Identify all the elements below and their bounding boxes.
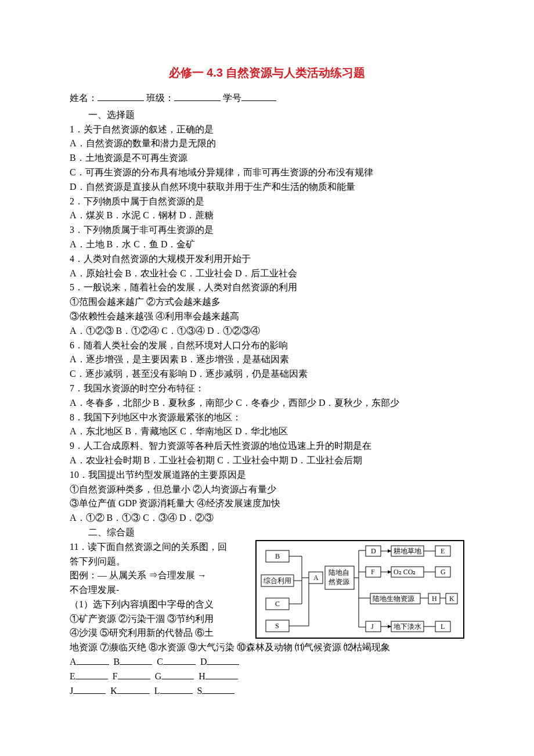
ans-e-blank[interactable]: [75, 669, 108, 679]
svg-text:C: C: [275, 600, 280, 608]
class-label: 班级：: [146, 93, 174, 103]
svg-text:陆地自: 陆地自: [329, 568, 349, 577]
svg-text:G: G: [441, 568, 446, 576]
ans-l-label: L: [154, 686, 160, 696]
svg-text:L: L: [441, 622, 445, 631]
q5-opts: A．①②③ B．①②④ C．①③④ D．①②③④: [70, 324, 464, 339]
name-blank[interactable]: [98, 91, 144, 101]
ans-g-blank[interactable]: [161, 669, 194, 679]
q3-opts: A．土地 B．水 C．鱼 D．金矿: [70, 237, 464, 252]
svg-text:K: K: [449, 595, 454, 603]
q11-legend-a: 图例：— 从属关系 ⇒合理发展 →: [70, 568, 250, 583]
q8-opts: A．东北地区 B．青藏地区 C．华南地区 D．华北地区: [70, 424, 464, 439]
answer-row-2: E F G H: [70, 669, 464, 684]
q1-opt-c: C．可再生资源的分布具有地域分异规律，而非可再生资源的分布没有规律: [70, 165, 464, 180]
ans-j-blank[interactable]: [73, 684, 106, 694]
svg-text:E: E: [441, 547, 445, 555]
ans-f-blank[interactable]: [118, 669, 150, 679]
q8-stem: 8．我国下列地区中水资源最紧张的地区：: [70, 411, 464, 425]
svg-marker-27: [388, 549, 391, 553]
ans-c-blank[interactable]: [163, 655, 196, 665]
svg-text:A: A: [313, 574, 319, 582]
q1-opt-a: A．自然资源的数量和潜力是无限的: [70, 136, 464, 151]
svg-text:F: F: [371, 568, 375, 576]
q4-opts: A．原始社会 B．农业社会 C．工业社会 D．后工业社会: [70, 267, 464, 281]
q9-stem: 9．人工合成原料、智力资源等各种后天性资源的地位迅速上升的时期是在: [70, 439, 464, 453]
q11-stem-1: 11．读下面自然资源之间的关系图，回: [70, 540, 250, 555]
ans-g-label: G: [155, 671, 162, 681]
svg-marker-56: [388, 625, 391, 628]
ans-f-label: F: [113, 671, 118, 681]
svg-text:综合利用: 综合利用: [264, 577, 291, 585]
q11-stem-2: 答下列问题。: [70, 555, 250, 569]
svg-text:J: J: [371, 622, 374, 631]
svg-marker-37: [388, 570, 391, 574]
q2-opts: A．煤炭 B．水泥 C．钢材 D．蔗糖: [70, 208, 464, 223]
q11-sub1: （1）选下列内容填图中字母的含义: [70, 597, 250, 612]
ans-e-label: E: [70, 671, 75, 681]
q7-stem: 7．我国水资源的时空分布特征：: [70, 381, 464, 396]
answer-row-3: J K L S: [70, 684, 464, 699]
q10-opts: A．①② B．①③ C．③④ D．②③: [70, 511, 464, 525]
section-2-heading: 二、综合题: [70, 525, 464, 540]
ans-b-blank[interactable]: [120, 655, 152, 665]
q11-list3: 地资源 ⑦濒临灭绝 ⑧水资源 ⑨大气污染 ⑩森林及动物 ⑾气候资源 ⑿枯竭现象: [70, 640, 464, 655]
q6-line1: A．逐步增强，是主要因素 B．逐步增强，是基础因素: [70, 352, 464, 367]
q6-stem: 6．随着人类社会的发展，自然环境对人口分布的影响: [70, 339, 464, 353]
ans-a-blank[interactable]: [77, 655, 109, 665]
svg-text:D: D: [371, 547, 376, 555]
q10-line2: ③单位产值 GDP 资源消耗量大 ④经济发展速度加快: [70, 496, 464, 511]
q1-opt-b: B．土地资源是不可再生资源: [70, 151, 464, 165]
section-1-heading: 一、选择题: [70, 108, 464, 123]
ans-s-label: S: [197, 686, 203, 696]
q4-stem: 4．人类对自然资源的大规模开发利用开始于: [70, 252, 464, 267]
q1-opt-d: D．自然资源是直接从自然环境中获取并用于生产和生活的物质和能量: [70, 180, 464, 195]
q10-stem: 10．我国提出节约型发展道路的主要原因是: [70, 468, 464, 483]
svg-text:B: B: [275, 552, 280, 560]
name-label: 姓名：: [70, 93, 98, 103]
svg-text:S: S: [275, 622, 279, 630]
ans-b-label: B: [114, 657, 120, 667]
answer-row-1: A B C D: [70, 655, 464, 669]
svg-text:耕地草地: 耕地草地: [394, 547, 421, 555]
ans-h-blank[interactable]: [205, 669, 238, 679]
ans-h-label: H: [199, 671, 205, 681]
ans-d-label: D: [200, 657, 207, 667]
id-blank[interactable]: [241, 91, 276, 101]
svg-text:然资源: 然资源: [329, 578, 349, 586]
q10-line1: ①自然资源种类多，但总量小 ②人均资源占有量少: [70, 483, 464, 497]
id-label: 学号: [223, 93, 241, 103]
ans-d-blank[interactable]: [207, 655, 239, 665]
q3-stem: 3．下列物质属于非可再生资源的是: [70, 223, 464, 237]
q5-line1: ①范围会越来越广 ②方式会越来越多: [70, 295, 464, 309]
svg-text:陆地生物资源: 陆地生物资源: [373, 595, 414, 603]
q2-stem: 2．下列物质中属于自然资源的是: [70, 195, 464, 209]
q1-stem: 1．关于自然资源的叙述，正确的是: [70, 123, 464, 137]
q5-line2: ③依赖性会越来越强 ④利用率会越来越高: [70, 309, 464, 324]
ans-s-blank[interactable]: [202, 684, 234, 694]
q6-line2: C．逐步减弱，甚至没有影响 D．逐步减弱，仍是基础因素: [70, 367, 464, 381]
ans-c-label: C: [157, 657, 163, 667]
ans-k-label: K: [110, 686, 117, 696]
q9-opts: A．农业社会时期 B．工业社会初期 C．工业社会中期 D．工业社会后期: [70, 453, 464, 468]
q11-list1: ①矿产资源 ②污染干涸 ③节约利用: [70, 612, 250, 627]
svg-text:O₂ CO₂: O₂ CO₂: [394, 568, 416, 576]
q11-list2: ④沙漠 ⑤研究利用新的代替品 ⑥土: [70, 626, 250, 640]
page-title: 必修一 4.3 自然资源与人类活动练习题: [70, 64, 464, 82]
q11-legend-b: 不合理发展-: [70, 583, 250, 597]
svg-text:地下淡水: 地下淡水: [393, 622, 421, 631]
resource-diagram: .bx{fill:#fff;stroke:#000;stroke-width:1…: [255, 540, 464, 641]
q7-opts: A．冬春多，北部少 B．夏秋多，南部少 C．冬春少，西部少 D．夏秋少，东部少: [70, 396, 464, 411]
q5-stem: 5．一般说来，随着社会的发展，人类对自然资源的利用: [70, 280, 464, 295]
ans-k-blank[interactable]: [117, 684, 150, 694]
class-blank[interactable]: [174, 91, 221, 101]
ans-l-blank[interactable]: [160, 684, 193, 694]
student-info: 姓名： 班级： 学号: [70, 91, 464, 106]
svg-text:H: H: [432, 595, 437, 603]
ans-a-label: A: [70, 657, 77, 667]
